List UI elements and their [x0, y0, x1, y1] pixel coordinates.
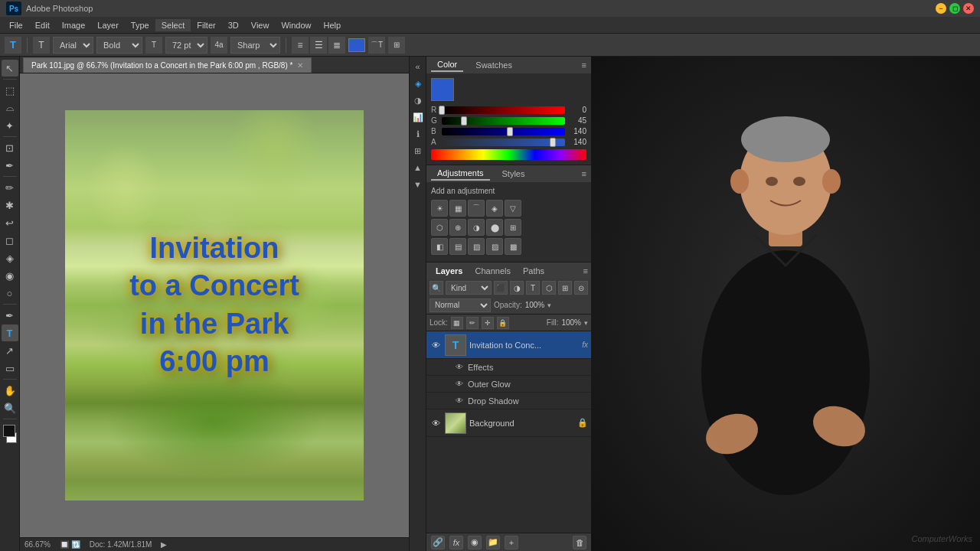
a-slider-thumb[interactable] [550, 138, 556, 147]
threshold-icon[interactable]: ▧ [468, 238, 485, 255]
shape-filter-icon[interactable]: ⬡ [542, 281, 556, 295]
align-right-icon[interactable]: ≣ [328, 37, 345, 54]
menu-window[interactable]: Window [275, 19, 317, 31]
canvas-scroll-area[interactable]: Invitation to a Concert in the Park 6:00… [20, 73, 409, 537]
b-slider-thumb[interactable] [507, 127, 513, 136]
font-style-select[interactable]: Bold [96, 37, 142, 54]
adj-panel-menu[interactable]: ≡ [582, 169, 586, 178]
tool-presets-icon[interactable]: T [5, 37, 21, 54]
styles-tab[interactable]: Styles [496, 168, 531, 180]
eyedropper-tool[interactable]: ✒ [2, 157, 18, 174]
exposure-icon[interactable]: ◈ [486, 200, 503, 217]
character-panel-icon[interactable]: ⊞ [388, 37, 405, 54]
status-icons[interactable]: 🔲 🔃 [60, 540, 80, 549]
menu-file[interactable]: File [3, 19, 29, 31]
hue-sat-icon[interactable]: ⬡ [431, 219, 448, 236]
photo-filter-icon[interactable]: ⬤ [486, 219, 503, 236]
warp-text-icon[interactable]: ⌒T [368, 37, 385, 54]
menu-help[interactable]: Help [318, 19, 348, 31]
zoom-tool[interactable]: 🔍 [2, 399, 18, 416]
smart-filter-icon[interactable]: ⊞ [558, 281, 572, 295]
strip-nav-icon[interactable]: ⊞ [411, 144, 425, 158]
outer-glow-visibility-icon[interactable]: 👁 [454, 379, 465, 390]
marquee-tool[interactable]: ⬚ [2, 82, 18, 99]
text-layer[interactable]: 👁 T Invitation to Conc... fx [426, 331, 591, 359]
text-color-swatch[interactable] [348, 38, 365, 52]
link-layers-button[interactable]: 🔗 [431, 536, 445, 549]
text-orient-icon[interactable]: T [33, 37, 50, 54]
text-layer-visibility[interactable]: 👁 [430, 339, 442, 351]
filter-select[interactable]: Kind [446, 281, 492, 295]
gradient-tool[interactable]: ◈ [2, 249, 18, 266]
brightness-icon[interactable]: ☀ [431, 200, 448, 217]
dodge-tool[interactable]: ○ [2, 285, 18, 302]
color-panel-menu[interactable]: ≡ [582, 60, 586, 70]
layer-style-button[interactable]: fx [449, 536, 463, 549]
history-brush-tool[interactable]: ↩ [2, 214, 18, 231]
hand-tool[interactable]: ✋ [2, 382, 18, 399]
new-group-button[interactable]: 📁 [486, 536, 500, 549]
brush-tool[interactable]: ✏ [2, 179, 18, 196]
menu-filter[interactable]: Filter [191, 19, 221, 31]
lock-transparent-icon[interactable]: ▦ [451, 317, 463, 329]
lock-all-icon[interactable]: 🔒 [497, 317, 509, 329]
pen-tool[interactable]: ✒ [2, 307, 18, 324]
advance-arrow[interactable]: ▶ [161, 540, 167, 549]
menu-select[interactable]: Select [155, 19, 191, 31]
strip-hist-icon[interactable]: 📊 [411, 110, 425, 124]
g-slider-track[interactable] [442, 117, 565, 125]
filter-toggle[interactable]: ⊝ [574, 281, 588, 295]
lock-paint-icon[interactable]: ✏ [466, 317, 479, 329]
delete-layer-button[interactable]: 🗑 [573, 536, 586, 549]
close-button[interactable]: ✕ [963, 3, 974, 14]
curves-icon[interactable]: ⌒ [468, 200, 485, 217]
shape-tool[interactable]: ▭ [2, 360, 18, 377]
tab-close-icon[interactable]: ✕ [297, 61, 303, 70]
type-tool[interactable]: T [2, 324, 18, 341]
path-selection-tool[interactable]: ↗ [2, 342, 18, 359]
strip-arrow-down[interactable]: ▼ [411, 178, 425, 191]
menu-edit[interactable]: Edit [29, 19, 56, 31]
align-left-icon[interactable]: ≡ [292, 37, 309, 54]
layers-tab[interactable]: Layers [430, 265, 469, 277]
swatches-tab[interactable]: Swatches [469, 59, 518, 71]
minimize-button[interactable]: − [936, 3, 946, 14]
layers-panel-menu[interactable]: ≡ [583, 266, 588, 276]
blend-mode-select[interactable]: Normal [430, 298, 491, 312]
opacity-arrow[interactable]: ▾ [547, 302, 551, 309]
maximize-button[interactable]: ◻ [949, 3, 960, 14]
color-balance-icon[interactable]: ⊕ [449, 219, 466, 236]
menu-view[interactable]: View [245, 19, 276, 31]
background-layer[interactable]: 👁 Background 🔒 [426, 409, 591, 437]
align-center-icon[interactable]: ☰ [310, 37, 327, 54]
paths-tab[interactable]: Paths [517, 265, 550, 277]
menu-layer[interactable]: Layer [91, 19, 125, 31]
adjustment-filter-icon[interactable]: ◑ [510, 281, 524, 295]
pixel-filter-icon[interactable]: ⬛ [494, 281, 508, 295]
bw-icon[interactable]: ◑ [468, 219, 485, 236]
levels-icon[interactable]: ▦ [449, 200, 466, 217]
font-size-select[interactable]: 72 pt [165, 37, 207, 54]
color-swatch-large[interactable] [431, 78, 454, 101]
drop-shadow-item[interactable]: 👁 Drop Shadow [426, 393, 591, 409]
a-slider-track[interactable] [442, 139, 565, 146]
menu-image[interactable]: Image [56, 19, 92, 31]
new-layer-button[interactable]: + [505, 536, 518, 549]
posterize-icon[interactable]: ▤ [449, 238, 466, 255]
gradient-map-icon[interactable]: ▨ [486, 238, 503, 255]
selective-color-icon[interactable]: ▩ [505, 238, 521, 255]
g-slider-thumb[interactable] [461, 116, 467, 126]
effects-item[interactable]: 👁 Effects [426, 359, 591, 376]
channel-mixer-icon[interactable]: ⊞ [505, 219, 521, 236]
bg-layer-visibility[interactable]: 👁 [430, 417, 442, 429]
channels-tab[interactable]: Channels [469, 265, 516, 277]
magic-wand-tool[interactable]: ✦ [2, 117, 18, 134]
lock-position-icon[interactable]: ✛ [482, 317, 494, 329]
strip-info-icon[interactable]: ℹ [411, 127, 425, 141]
invert-icon[interactable]: ◧ [431, 238, 448, 255]
color-spectrum[interactable] [431, 149, 586, 160]
layer-mask-button[interactable]: ◉ [468, 536, 482, 549]
crop-tool[interactable]: ⊡ [2, 139, 18, 156]
strip-adj-icon[interactable]: ◑ [411, 93, 425, 107]
color-tab[interactable]: Color [431, 58, 463, 72]
